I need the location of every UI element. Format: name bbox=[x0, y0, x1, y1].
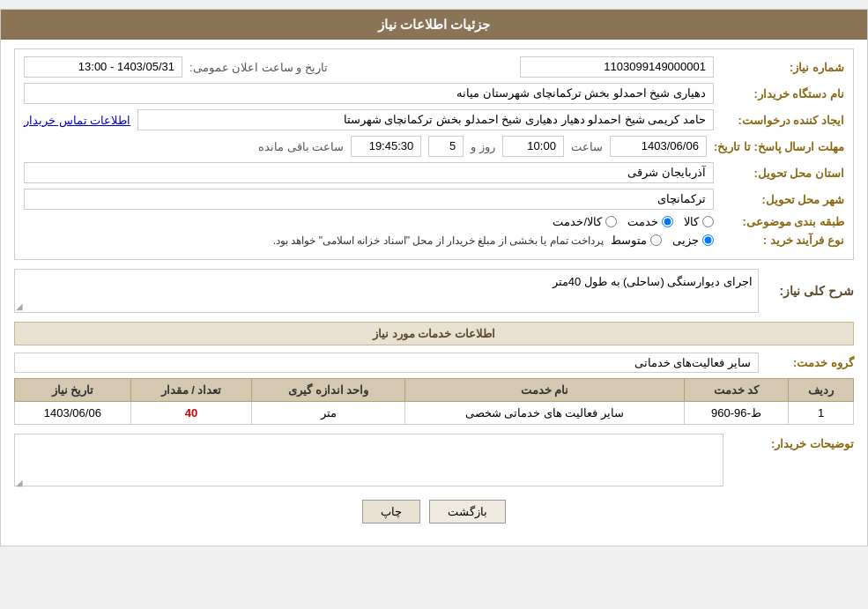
service-group-label: گروه خدمت: bbox=[766, 356, 854, 369]
category-label: طبقه بندی موضوعی: bbox=[721, 215, 844, 228]
resize-handle-icon: ◢ bbox=[16, 301, 23, 311]
category-kala-khadamat-label: کالا/خدمت bbox=[553, 215, 602, 228]
purchase-motavaset[interactable]: متوسط bbox=[611, 234, 662, 247]
purchase-type-label: نوع فرآیند خرید : bbox=[721, 234, 844, 247]
buyer-notes-textarea[interactable] bbox=[14, 434, 723, 486]
need-number-label: شماره نیاز: bbox=[721, 61, 844, 74]
buttons-row: بازگشت چاپ bbox=[14, 500, 854, 537]
services-section-title: اطلاعات خدمات مورد نیاز bbox=[14, 322, 854, 345]
col-service-code: کد خدمت bbox=[684, 379, 788, 402]
col-row-num: ردیف bbox=[789, 379, 854, 402]
page-title: جزئیات اطلاعات نیاز bbox=[1, 10, 867, 40]
purchase-motavaset-label: متوسط bbox=[611, 234, 647, 247]
creator-row: ایجاد کننده درخواست: حامد کریمی شیخ احمد… bbox=[24, 109, 844, 130]
category-khadamat-radio[interactable] bbox=[662, 216, 673, 227]
need-desc-value: اجرای دیوارسنگی (ساحلی) به طول 40متر bbox=[14, 269, 759, 313]
buyer-notes-row: توضیحات خریدار: ◢ bbox=[14, 434, 854, 489]
cell-row-num: 1 bbox=[789, 402, 854, 425]
category-radio-group: کالا خدمت کالا/خدمت bbox=[553, 215, 714, 228]
province-label: استان محل تحویل: bbox=[721, 167, 844, 180]
col-unit: واحد اندازه گیری bbox=[252, 379, 405, 402]
province-row: استان محل تحویل: آذربایجان شرقی bbox=[24, 162, 844, 183]
purchase-jozee[interactable]: جزیی bbox=[672, 234, 714, 247]
buyer-label: نام دستگاه خریدار: bbox=[721, 87, 844, 100]
cell-unit: متر bbox=[252, 402, 405, 425]
back-button[interactable]: بازگشت bbox=[429, 500, 506, 524]
buyer-row: نام دستگاه خریدار: دهیاری شیخ احمدلو بخش… bbox=[24, 83, 844, 104]
cell-service-name: سایر فعالیت های خدماتی شخصی bbox=[405, 402, 685, 425]
table-row: 1 ط-96-960 سایر فعالیت های خدماتی شخصی م… bbox=[15, 402, 854, 425]
creator-label: ایجاد کننده درخواست: bbox=[721, 114, 844, 127]
category-kala[interactable]: کالا bbox=[684, 215, 714, 228]
creator-value: حامد کریمی شیخ احمدلو دهیار دهیاری شیخ ا… bbox=[137, 109, 714, 130]
announce-value: 1403/05/31 - 13:00 bbox=[24, 56, 182, 78]
deadline-time: 10:00 bbox=[502, 136, 564, 157]
need-number-value: 1103099149000001 bbox=[520, 56, 714, 78]
deadline-time-label: ساعت bbox=[571, 140, 603, 153]
deadline-remain: 19:45:30 bbox=[351, 136, 421, 157]
services-table: ردیف کد خدمت نام خدمت واحد اندازه گیری ت… bbox=[14, 378, 854, 425]
print-button[interactable]: چاپ bbox=[362, 500, 420, 524]
category-kala-label: کالا bbox=[684, 215, 699, 228]
category-kala-khadamat[interactable]: کالا/خدمت bbox=[553, 215, 617, 228]
cell-service-code: ط-96-960 bbox=[684, 402, 788, 425]
deadline-day-label: روز و bbox=[471, 140, 495, 153]
purchase-type-radio-group: جزیی متوسط bbox=[611, 234, 714, 247]
need-number-row: شماره نیاز: 1103099149000001 تاریخ و ساع… bbox=[24, 56, 844, 78]
cell-quantity: 40 bbox=[130, 402, 252, 425]
table-header-row: ردیف کد خدمت نام خدمت واحد اندازه گیری ت… bbox=[15, 379, 854, 402]
contact-link[interactable]: اطلاعات تماس خریدار bbox=[24, 114, 130, 127]
purchase-note: پرداخت تمام یا بخشی از مبلغ خریدار از مح… bbox=[273, 234, 604, 247]
buyer-value: دهیاری شیخ احمدلو بخش ترکمانچای شهرستان … bbox=[24, 83, 714, 104]
cell-date: 1403/06/06 bbox=[15, 402, 131, 425]
deadline-remain-label: ساعت باقی مانده bbox=[258, 140, 344, 153]
deadline-date: 1403/06/06 bbox=[610, 136, 707, 157]
need-desc-section: شرح کلی نیاز: اجرای دیوارسنگی (ساحلی) به… bbox=[14, 269, 854, 313]
col-date: تاریخ نیاز bbox=[15, 379, 131, 402]
purchase-motavaset-radio[interactable] bbox=[650, 234, 662, 246]
category-kala-khadamat-radio[interactable] bbox=[605, 216, 617, 227]
col-service-name: نام خدمت bbox=[405, 379, 685, 402]
purchase-type-row: نوع فرآیند خرید : جزیی متوسط پرداخت تمام… bbox=[24, 234, 844, 247]
deadline-days: 5 bbox=[428, 136, 464, 157]
need-desc-row: شرح کلی نیاز: اجرای دیوارسنگی (ساحلی) به… bbox=[14, 269, 854, 313]
service-group-row: گروه خدمت: سایر فعالیت‌های خدماتی bbox=[14, 353, 854, 373]
purchase-jozee-radio[interactable] bbox=[702, 234, 714, 246]
deadline-label: مهلت ارسال پاسخ: تا تاریخ: bbox=[714, 140, 844, 153]
resize-handle-notes-icon: ◢ bbox=[16, 478, 23, 487]
city-label: شهر محل تحویل: bbox=[721, 193, 844, 206]
deadline-row: مهلت ارسال پاسخ: تا تاریخ: 1403/06/06 سا… bbox=[24, 136, 844, 157]
category-kala-radio[interactable] bbox=[702, 216, 714, 227]
purchase-jozee-label: جزیی bbox=[672, 234, 699, 247]
city-value: ترکمانچای bbox=[24, 189, 714, 210]
announce-label: تاریخ و ساعت اعلان عمومی: bbox=[189, 61, 328, 74]
need-desc-label: شرح کلی نیاز: bbox=[766, 284, 854, 298]
category-khadamat[interactable]: خدمت bbox=[627, 215, 673, 228]
province-value: آذربایجان شرقی bbox=[24, 162, 714, 183]
buyer-notes-label: توضیحات خریدار: bbox=[731, 434, 854, 450]
col-quantity: تعداد / مقدار bbox=[130, 379, 252, 402]
category-khadamat-label: خدمت bbox=[627, 215, 658, 228]
city-row: شهر محل تحویل: ترکمانچای bbox=[24, 189, 844, 210]
service-group-value: سایر فعالیت‌های خدماتی bbox=[14, 353, 759, 373]
category-row: طبقه بندی موضوعی: کالا خدمت کالا/خدمت bbox=[24, 215, 844, 228]
main-form-section: شماره نیاز: 1103099149000001 تاریخ و ساع… bbox=[14, 48, 854, 260]
